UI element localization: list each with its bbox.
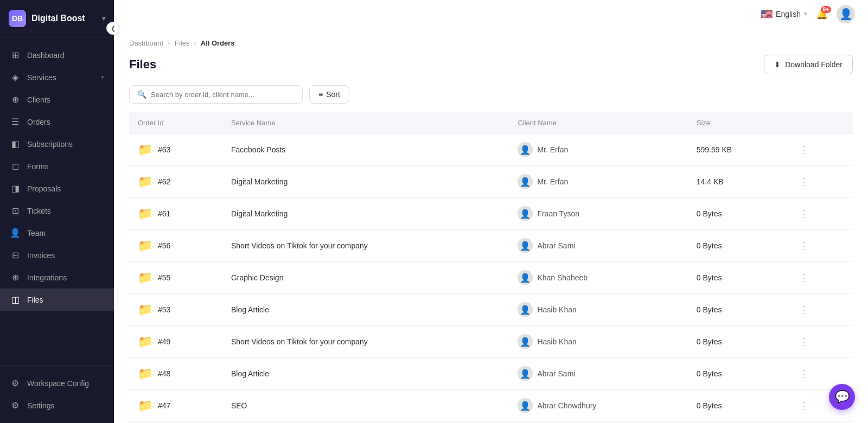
sidebar-bottom: ⚙ Workspace Config ⚙ Settings — [0, 365, 114, 423]
table-row[interactable]: 📁 #63 Facebook Posts 👤 Mr. Erfan 599.59 … — [129, 134, 853, 166]
search-input[interactable] — [151, 91, 295, 99]
more-options-button[interactable]: ⋮ — [795, 206, 813, 222]
sidebar-item-subscriptions[interactable]: ◧ Subscriptions — [0, 133, 114, 155]
table-row[interactable]: 📁 #61 Digital Marketing 👤 Fraan Tyson 0 … — [129, 198, 853, 230]
order-id-cell: 📁 #53 — [129, 294, 222, 326]
col-client-name: Client Name — [509, 112, 687, 134]
sidebar-item-label: Integrations — [27, 273, 104, 282]
folder-icon: 📁 — [138, 399, 152, 413]
col-actions — [786, 112, 853, 134]
table-row[interactable]: 📁 #55 Graphic Design 👤 Khan Shaheeb 0 By… — [129, 262, 853, 294]
more-options-button[interactable]: ⋮ — [795, 334, 813, 350]
language-chevron-icon: ▾ — [804, 10, 807, 17]
client-name: Abrar Sami — [537, 369, 575, 378]
sidebar-item-label: Orders — [27, 118, 104, 126]
more-options-button[interactable]: ⋮ — [795, 302, 813, 318]
sidebar-item-label: Tickets — [27, 207, 104, 215]
more-options-button[interactable]: ⋮ — [795, 366, 813, 382]
order-id-cell: 📁 #55 — [129, 262, 222, 294]
more-options-button[interactable]: ⋮ — [795, 270, 813, 286]
more-options-button[interactable]: ⋮ — [795, 398, 813, 414]
table-row[interactable]: 📁 #49 Short Videos on Tiktok for your co… — [129, 326, 853, 358]
app-logo[interactable]: DB Digital Boost ▾ — [0, 0, 114, 37]
toolbar: 🔍 ≡ Sort — [129, 85, 853, 104]
client-name-cell: 👤 Khan Shaheeb — [509, 262, 687, 294]
client-name: Hasib Khan — [537, 337, 576, 346]
logo-icon: DB — [9, 10, 26, 27]
client-name: Abrar Sami — [537, 241, 575, 250]
sidebar-item-label: Invoices — [27, 251, 104, 260]
sidebar-item-label: Clients — [27, 95, 104, 104]
sidebar-collapse-button[interactable]: ❮ — [106, 22, 119, 35]
service-name-cell: Blog Article — [222, 294, 509, 326]
sidebar-item-forms[interactable]: ◻ Forms — [0, 155, 114, 177]
logo-chevron-icon: ▾ — [102, 15, 105, 22]
folder-icon: 📁 — [138, 367, 152, 381]
sidebar-item-workspace-config[interactable]: ⚙ Workspace Config — [0, 372, 114, 394]
avatar[interactable]: 👤 — [837, 5, 855, 23]
service-name-cell: Digital Marketing — [222, 166, 509, 198]
dashboard-icon: ⊞ — [10, 50, 21, 60]
size-cell: 0 Bytes — [688, 390, 786, 422]
service-name-cell: SEO — [222, 390, 509, 422]
sidebar-item-orders[interactable]: ☰ Orders — [0, 111, 114, 133]
sort-label: Sort — [326, 90, 340, 99]
table-row[interactable]: 📁 #47 SEO 👤 Abrar Chowdhury 0 Bytes ⋮ — [129, 390, 853, 422]
order-id-cell: 📁 #47 — [129, 390, 222, 422]
search-box[interactable]: 🔍 — [129, 85, 303, 104]
client-name: Abrar Chowdhury — [537, 401, 596, 410]
size-cell: 0 Bytes — [688, 326, 786, 358]
more-options-button[interactable]: ⋮ — [795, 142, 813, 158]
sidebar-item-label: Proposals — [27, 184, 104, 193]
table-body: 📁 #63 Facebook Posts 👤 Mr. Erfan 599.59 … — [129, 134, 853, 424]
folder-icon: 📁 — [138, 143, 152, 157]
sidebar-item-invoices[interactable]: ⊟ Invoices — [0, 244, 114, 266]
user-icon: 👤 — [520, 401, 531, 411]
flag-icon: 🇺🇸 — [761, 8, 773, 20]
sort-button[interactable]: ≡ Sort — [309, 85, 349, 104]
client-avatar: 👤 — [518, 206, 533, 221]
sidebar-item-files[interactable]: ◫ Files — [0, 289, 114, 311]
chat-bubble-button[interactable]: 💬 — [829, 384, 855, 410]
sidebar-item-label: Files — [27, 296, 104, 304]
sidebar-item-services[interactable]: ◈ Services ▾ — [0, 66, 114, 88]
language-selector[interactable]: 🇺🇸 English ▾ — [761, 8, 807, 20]
notifications-button[interactable]: 🔔 9+ — [816, 8, 828, 20]
settings-icon: ⚙ — [10, 400, 21, 411]
sidebar-item-dashboard[interactable]: ⊞ Dashboard — [0, 44, 114, 66]
sidebar-item-proposals[interactable]: ◨ Proposals — [0, 177, 114, 200]
more-options-button[interactable]: ⋮ — [795, 174, 813, 190]
download-folder-button[interactable]: ⬇ Download Folder — [764, 55, 853, 74]
client-avatar: 👤 — [518, 174, 533, 189]
sidebar-item-integrations[interactable]: ⊕ Integrations — [0, 266, 114, 289]
download-icon: ⬇ — [774, 60, 781, 69]
forms-icon: ◻ — [10, 161, 21, 171]
sidebar-item-clients[interactable]: ⊕ Clients — [0, 88, 114, 111]
files-table: Order Id Service Name Client Name Size 📁… — [129, 112, 853, 423]
orders-icon: ☰ — [10, 117, 21, 127]
chevron-down-icon: ▾ — [101, 74, 104, 81]
table-row[interactable]: 📁 #62 Digital Marketing 👤 Mr. Erfan 14.4… — [129, 166, 853, 198]
team-icon: 👤 — [10, 228, 21, 238]
client-name: Fraan Tyson — [537, 209, 579, 218]
table-row[interactable]: 📁 #56 Short Videos on Tiktok for your co… — [129, 230, 853, 262]
breadcrumb-dashboard[interactable]: Dashboard — [129, 39, 164, 47]
order-id: #47 — [158, 401, 170, 410]
sidebar-item-team[interactable]: 👤 Team — [0, 222, 114, 244]
folder-icon: 📁 — [138, 175, 152, 189]
table-row[interactable]: 📁 #53 Blog Article 👤 Hasib Khan 0 Bytes … — [129, 294, 853, 326]
sidebar-item-settings[interactable]: ⚙ Settings — [0, 394, 114, 416]
client-name-cell: 👤 Hasib Khan — [509, 326, 687, 358]
files-icon: ◫ — [10, 294, 21, 305]
sidebar-item-label: Workspace Config — [27, 379, 104, 388]
more-options-button[interactable]: ⋮ — [795, 238, 813, 254]
breadcrumb-files[interactable]: Files — [175, 39, 189, 47]
order-id: #55 — [158, 273, 170, 282]
user-icon: 👤 — [520, 273, 531, 283]
service-name-cell: Digital Marketing — [222, 198, 509, 230]
service-name-cell: Facebook Posts — [222, 134, 509, 166]
actions-cell: ⋮ — [786, 198, 853, 230]
sidebar-item-tickets[interactable]: ⊡ Tickets — [0, 200, 114, 222]
client-name: Mr. Erfan — [537, 177, 568, 186]
table-row[interactable]: 📁 #48 Blog Article 👤 Abrar Sami 0 Bytes … — [129, 358, 853, 390]
